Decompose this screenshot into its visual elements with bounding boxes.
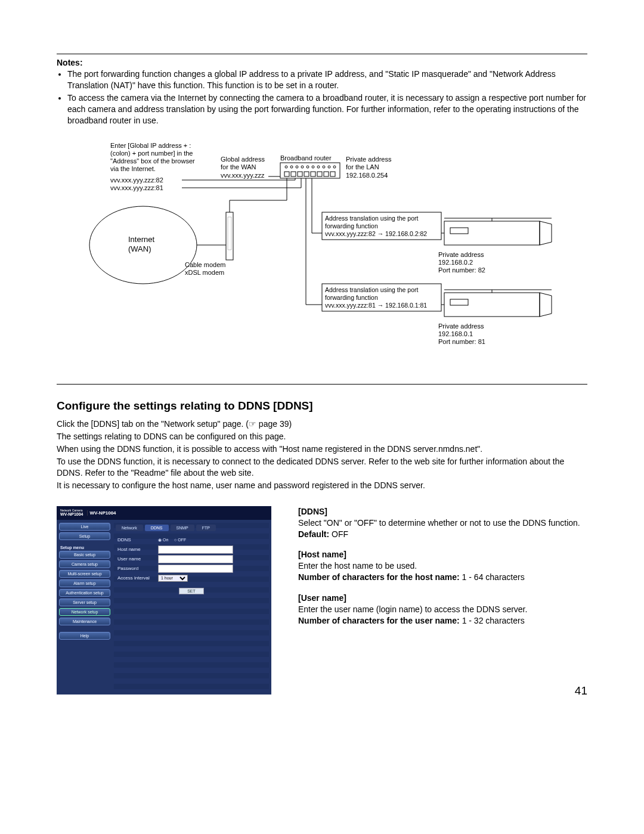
ddns-text: Select "ON" or "OFF" to determine whethe… bbox=[298, 518, 580, 528]
ui-title-model: WV-NP1004 bbox=[87, 510, 116, 516]
live-button[interactable]: Live bbox=[59, 523, 110, 531]
host-name-input[interactable] bbox=[158, 545, 233, 554]
help-button[interactable]: Help bbox=[59, 632, 110, 640]
network-diagram: Enter [Global IP address + : (colon) + p… bbox=[80, 141, 587, 369]
svg-text:(colon) + port number] in the: (colon) + port number] in the bbox=[110, 150, 193, 157]
diag-camera-icon bbox=[444, 218, 552, 245]
menu-alarm-setup[interactable]: Alarm setup bbox=[59, 579, 110, 587]
svg-rect-24 bbox=[311, 172, 315, 176]
svg-rect-33 bbox=[444, 221, 540, 245]
notes-list: The port forwarding function changes a g… bbox=[57, 69, 587, 126]
notes-block: Notes: The port forwarding function chan… bbox=[57, 58, 587, 126]
svg-text:Port number: 81: Port number: 81 bbox=[438, 338, 485, 345]
username-field-block: [User name] Enter the user name (login n… bbox=[298, 593, 587, 627]
svg-text:vvv.xxx.yyy.zzz: vvv.xxx.yyy.zzz bbox=[221, 172, 265, 179]
diag-wan-url: vvv.xxx.yyy.zzz:82 bbox=[110, 176, 163, 184]
tab-ddns[interactable]: DDNS bbox=[145, 525, 169, 531]
hostname-label: [Host name] bbox=[298, 550, 346, 559]
form-label-interval: Access interval bbox=[117, 575, 158, 581]
svg-text:(WAN): (WAN) bbox=[128, 244, 151, 253]
menu-camera-setup[interactable]: Camera setup bbox=[59, 560, 110, 568]
svg-text:Address translation using the : Address translation using the port bbox=[325, 215, 419, 222]
radio-off[interactable]: ○ OFF bbox=[174, 538, 186, 542]
menu-multiscreen-setup[interactable]: Multi-screen setup bbox=[59, 570, 110, 578]
svg-rect-38 bbox=[450, 299, 468, 305]
form-label-ddns: DDNS bbox=[117, 537, 158, 542]
svg-text:192.168.0.2: 192.168.0.2 bbox=[438, 259, 473, 266]
menu-maintenance[interactable]: Maintenance bbox=[59, 618, 110, 625]
section-title-ddns: Configure the settings relating to DDNS … bbox=[57, 399, 587, 413]
svg-point-11 bbox=[290, 166, 293, 168]
password-input[interactable] bbox=[158, 565, 233, 573]
svg-point-16 bbox=[317, 166, 320, 168]
svg-text:forwarding function: forwarding function bbox=[325, 222, 378, 230]
menu-authentication-setup[interactable]: Authentication setup bbox=[59, 589, 110, 597]
user-name-input[interactable] bbox=[158, 555, 233, 563]
tab-ftp[interactable]: FTP bbox=[196, 525, 216, 531]
ddns-p5: It is necessary to configure the host na… bbox=[57, 480, 587, 491]
menu-basic-setup[interactable]: Basic setup bbox=[59, 551, 110, 559]
ddns-p1: Click the [DDNS] tab on the "Network set… bbox=[57, 418, 587, 430]
username-chars-value: 1 - 32 characters bbox=[460, 616, 525, 625]
svg-text:Private address: Private address bbox=[438, 323, 484, 330]
ddns-p3: When using the DDNS function, it is poss… bbox=[57, 444, 587, 455]
menu-server-setup[interactable]: Server setup bbox=[59, 599, 110, 606]
svg-text:Internet: Internet bbox=[128, 235, 154, 244]
form-label-password: Password bbox=[117, 566, 158, 571]
svg-point-17 bbox=[323, 166, 325, 168]
diag-modem-icon bbox=[226, 212, 233, 260]
ui-model-code: WV-NP1004 bbox=[60, 512, 83, 516]
notes-heading: Notes: bbox=[57, 58, 587, 67]
svg-text:xDSL modem: xDSL modem bbox=[185, 269, 224, 276]
setup-button[interactable]: Setup bbox=[59, 532, 110, 540]
hostname-chars-label: Number of characters for the host name: bbox=[298, 572, 460, 582]
svg-point-14 bbox=[306, 166, 309, 168]
diag-camera-icon bbox=[444, 290, 552, 317]
setup-menu-heading: Setup menu bbox=[59, 542, 110, 551]
svg-point-18 bbox=[328, 166, 330, 168]
username-label: [User name] bbox=[298, 593, 346, 603]
diag-browser-note: Enter [Global IP address + : bbox=[110, 142, 191, 149]
rule-top bbox=[57, 54, 587, 54]
svg-text:for the WAN: for the WAN bbox=[221, 163, 256, 170]
svg-text:vvv.xxx.yyy.zzz:81: vvv.xxx.yyy.zzz:81 bbox=[110, 184, 163, 191]
diag-router-label: Broadband router bbox=[280, 154, 332, 162]
radio-on[interactable]: ◉ On bbox=[158, 538, 168, 542]
svg-point-13 bbox=[301, 166, 304, 168]
svg-rect-37 bbox=[444, 293, 540, 317]
tab-network[interactable]: Network bbox=[116, 525, 143, 531]
svg-rect-25 bbox=[317, 172, 322, 176]
svg-rect-30 bbox=[228, 217, 231, 250]
username-text: Enter the user name (login name) to acce… bbox=[298, 604, 527, 614]
menu-network-setup[interactable]: Network setup bbox=[59, 608, 110, 616]
svg-text:Private address: Private address bbox=[438, 251, 484, 258]
set-button[interactable]: SET bbox=[179, 588, 204, 594]
svg-point-12 bbox=[296, 166, 298, 168]
svg-point-15 bbox=[312, 166, 314, 168]
tab-snmp[interactable]: SNMP bbox=[171, 525, 194, 531]
svg-text:Private address: Private address bbox=[346, 156, 392, 163]
svg-point-19 bbox=[333, 166, 336, 168]
camera-ui-screenshot: Network Camera WV-NP1004 WV-NP1004 Live … bbox=[57, 506, 271, 695]
svg-text:Port number: 82: Port number: 82 bbox=[438, 266, 485, 274]
rule-mid bbox=[57, 384, 587, 385]
svg-rect-26 bbox=[324, 172, 329, 176]
svg-text:forwarding function: forwarding function bbox=[325, 294, 378, 301]
ddns-label: [DDNS] bbox=[298, 507, 327, 516]
svg-text:192.168.0.1: 192.168.0.1 bbox=[438, 330, 473, 337]
svg-rect-27 bbox=[330, 172, 335, 176]
notes-item: The port forwarding function changes a g… bbox=[67, 69, 587, 91]
default-value: OFF bbox=[329, 529, 348, 539]
svg-rect-34 bbox=[450, 228, 468, 234]
ddns-section-body: Click the [DDNS] tab on the "Network set… bbox=[57, 418, 587, 491]
svg-text:"Address" box of the browser: "Address" box of the browser bbox=[110, 157, 195, 165]
hostname-text: Enter the host name to be used. bbox=[298, 561, 417, 571]
svg-rect-23 bbox=[304, 172, 309, 176]
form-label-host: Host name bbox=[117, 547, 158, 552]
page-number: 41 bbox=[575, 684, 587, 697]
access-interval-select[interactable]: 1 hour bbox=[158, 575, 188, 582]
svg-text:192.168.0.254: 192.168.0.254 bbox=[346, 172, 388, 179]
default-label: Default: bbox=[298, 529, 329, 539]
svg-rect-22 bbox=[298, 172, 302, 176]
svg-text:for the LAN: for the LAN bbox=[346, 163, 379, 170]
